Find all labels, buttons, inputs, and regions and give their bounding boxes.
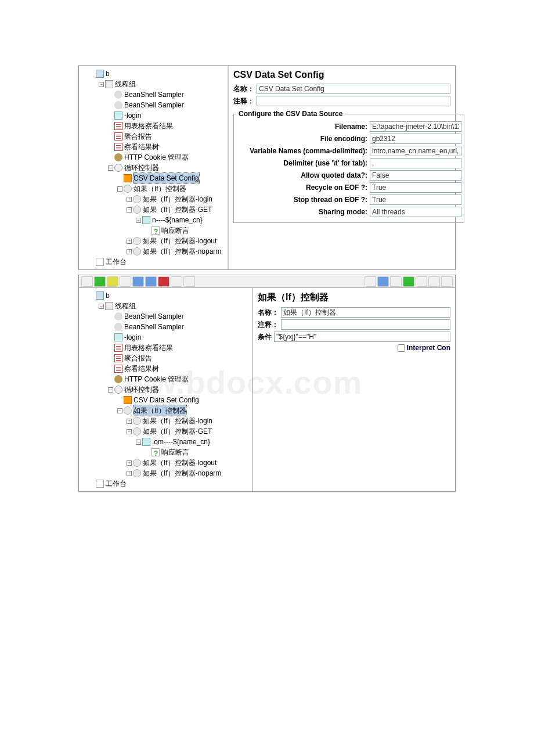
http-icon bbox=[114, 111, 122, 120]
toggle-icon[interactable]: − bbox=[108, 387, 113, 393]
field-input[interactable] bbox=[370, 146, 461, 156]
tree-node[interactable]: −线程组 bbox=[80, 301, 251, 311]
tree-node[interactable]: 用表格察看结果 bbox=[80, 343, 251, 353]
tree-node[interactable]: −n----${name_cn} bbox=[80, 215, 226, 225]
tree-node[interactable]: 察看结果树 bbox=[80, 142, 226, 152]
tree-node-label: BeanShell Sampler bbox=[124, 100, 184, 110]
field-input[interactable] bbox=[370, 121, 461, 132]
grp-icon bbox=[105, 80, 113, 88]
toggle-icon[interactable]: − bbox=[127, 429, 132, 434]
tree-node-label: 聚合报告 bbox=[124, 353, 152, 363]
toolbar-btn[interactable] bbox=[441, 276, 453, 287]
toggle-icon[interactable]: − bbox=[127, 207, 132, 213]
tree-node[interactable]: −如果（If）控制器-GET bbox=[80, 204, 226, 215]
toggle-icon[interactable]: − bbox=[117, 186, 122, 192]
tree-node[interactable]: -login bbox=[80, 332, 251, 343]
toolbar-btn-stop[interactable] bbox=[158, 276, 169, 287]
toolbar-btn[interactable] bbox=[107, 276, 118, 287]
name-input[interactable] bbox=[257, 84, 450, 94]
field-input[interactable] bbox=[370, 207, 461, 217]
tree-node[interactable]: +如果（If）控制器-login bbox=[80, 194, 226, 204]
toolbar-btn[interactable] bbox=[428, 276, 440, 287]
field-input[interactable] bbox=[370, 195, 461, 205]
toggle-icon[interactable]: − bbox=[99, 82, 104, 87]
toolbar-btn[interactable] bbox=[81, 276, 93, 287]
toggle-icon[interactable]: + bbox=[127, 239, 132, 244]
comment-label: 注释： bbox=[258, 320, 279, 330]
tree-node[interactable]: 用表格察看结果 bbox=[80, 121, 226, 131]
tree-node[interactable]: HTTP Cookie 管理器 bbox=[80, 152, 226, 163]
http-icon bbox=[142, 216, 150, 224]
tree-node[interactable]: −循环控制器 bbox=[80, 163, 226, 173]
toggle-icon[interactable]: − bbox=[99, 304, 104, 309]
tree-node[interactable]: +如果（If）控制器-noparm bbox=[80, 468, 251, 478]
tree-node[interactable]: 响应断言 bbox=[80, 225, 226, 236]
tree-node[interactable]: CSV Data Set Config bbox=[80, 173, 226, 183]
tree-node[interactable]: 工作台 bbox=[80, 257, 226, 267]
toolbar-btn[interactable] bbox=[145, 276, 157, 287]
toggle-icon[interactable]: + bbox=[127, 471, 132, 476]
field-input[interactable] bbox=[370, 182, 461, 193]
toolbar-btn[interactable] bbox=[390, 276, 402, 287]
tree-node[interactable]: b bbox=[80, 290, 251, 301]
tree-node[interactable]: 察看结果树 bbox=[80, 363, 251, 374]
tree-node[interactable]: 聚合报告 bbox=[80, 131, 226, 142]
name-input[interactable] bbox=[281, 307, 450, 318]
field-input[interactable] bbox=[370, 170, 461, 181]
tree-node[interactable]: −如果（If）控制器 bbox=[80, 183, 226, 194]
tree-node[interactable]: BeanShell Sampler bbox=[80, 100, 226, 110]
tree-node[interactable]: 工作台 bbox=[80, 478, 251, 489]
tree-node[interactable]: BeanShell Sampler bbox=[80, 322, 251, 332]
toolbar-btn[interactable] bbox=[403, 276, 414, 287]
toggle-icon[interactable]: + bbox=[127, 460, 132, 466]
tree-node[interactable]: 聚合报告 bbox=[80, 353, 251, 363]
tree-node-label: CSV Data Set Config bbox=[134, 173, 199, 183]
tree-node[interactable]: −如果（If）控制器 bbox=[80, 405, 251, 416]
toggle-icon[interactable]: + bbox=[127, 249, 132, 254]
comment-input[interactable] bbox=[257, 96, 450, 106]
tree-node[interactable]: +如果（If）控制器-noparm bbox=[80, 246, 226, 257]
tree-node[interactable]: −线程组 bbox=[80, 79, 226, 89]
condition-input[interactable] bbox=[274, 332, 450, 342]
tree-node[interactable]: −如果（If）控制器-GET bbox=[80, 426, 251, 437]
test-plan-tree[interactable]: b−线程组BeanShell SamplerBeanShell Sampler-… bbox=[80, 69, 226, 267]
tree-node[interactable]: −循环控制器 bbox=[80, 384, 251, 395]
toolbar-btn[interactable] bbox=[183, 276, 195, 287]
tree-node[interactable]: +如果（If）控制器-login bbox=[80, 416, 251, 426]
tree-node[interactable]: 响应断言 bbox=[80, 447, 251, 458]
tree-node[interactable]: +如果（If）控制器-logout bbox=[80, 236, 226, 246]
tree-node[interactable]: CSV Data Set Config bbox=[80, 395, 251, 405]
field-input[interactable] bbox=[370, 134, 461, 144]
tree-node-label: 如果（If）控制器-login bbox=[143, 416, 212, 426]
toolbar-btn[interactable] bbox=[171, 276, 182, 287]
test-plan-tree[interactable]: b−线程组BeanShell SamplerBeanShell Sampler-… bbox=[80, 290, 251, 489]
toolbar-btn-play[interactable] bbox=[94, 276, 106, 287]
toolbar-btn[interactable] bbox=[377, 276, 389, 287]
toggle-icon[interactable]: − bbox=[108, 165, 113, 171]
panel-title: CSV Data Set Config bbox=[233, 70, 450, 80]
toggle-icon[interactable]: − bbox=[136, 218, 141, 223]
toggle-icon[interactable]: − bbox=[117, 408, 122, 413]
toolbar-btn[interactable] bbox=[132, 276, 144, 287]
comment-input[interactable] bbox=[281, 319, 450, 330]
interpret-checkbox[interactable]: Interpret Con bbox=[398, 344, 450, 352]
toggle-icon[interactable]: − bbox=[136, 440, 141, 445]
toggle-icon[interactable]: + bbox=[127, 197, 132, 202]
tree-node-label: 如果（If）控制器-GET bbox=[143, 426, 212, 437]
tree-node-label: 响应断言 bbox=[161, 447, 189, 458]
tree-node[interactable]: HTTP Cookie 管理器 bbox=[80, 374, 251, 384]
tree-node[interactable]: BeanShell Sampler bbox=[80, 89, 226, 100]
tree-node-label: 察看结果树 bbox=[124, 363, 159, 374]
comment-label: 注释： bbox=[233, 96, 254, 106]
field-input[interactable] bbox=[370, 158, 461, 168]
tree-node[interactable]: b bbox=[80, 69, 226, 79]
tree-node-label: 用表格察看结果 bbox=[124, 121, 173, 131]
toggle-icon[interactable]: + bbox=[127, 419, 132, 424]
toolbar-btn[interactable] bbox=[120, 276, 131, 287]
tree-node[interactable]: -login bbox=[80, 110, 226, 121]
tree-node[interactable]: −.om----${name_cn} bbox=[80, 437, 251, 447]
toolbar-btn[interactable] bbox=[365, 276, 376, 287]
tree-node[interactable]: +如果（If）控制器-logout bbox=[80, 458, 251, 468]
toolbar-btn[interactable] bbox=[416, 276, 427, 287]
tree-node[interactable]: BeanShell Sampler bbox=[80, 311, 251, 322]
